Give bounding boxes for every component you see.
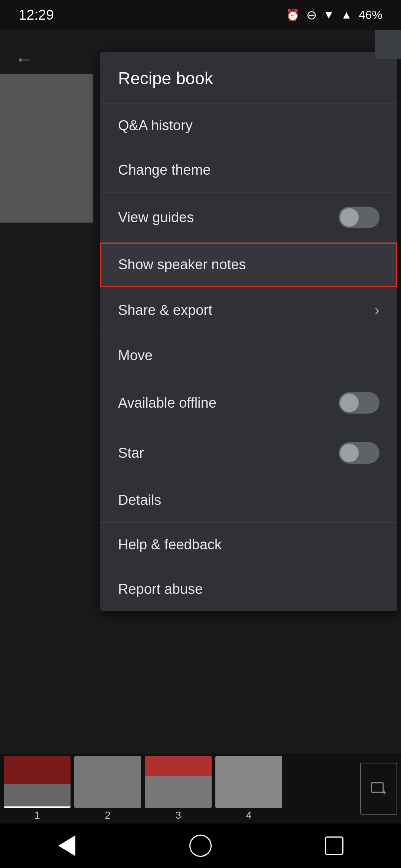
menu-item-qa-history[interactable]: Q&A history: [100, 103, 397, 148]
nav-back-icon: [58, 835, 75, 856]
toggle-knob-star: [340, 444, 359, 462]
menu-item-show-speaker-notes-label: Show speaker notes: [118, 257, 246, 273]
slide-num-1: 1: [4, 809, 71, 821]
menu-item-change-theme-label: Change theme: [118, 162, 211, 178]
menu-item-help-feedback-label: Help & feedback: [118, 537, 222, 553]
menu-item-qa-history-label: Q&A history: [118, 118, 193, 134]
nav-back-button[interactable]: [52, 831, 82, 861]
dnd-icon: ⊖: [306, 7, 317, 22]
slide-thumb-1[interactable]: [4, 756, 71, 808]
alarm-icon: ⏰: [286, 9, 300, 22]
back-arrow-button[interactable]: ←: [15, 48, 33, 70]
nav-home-button[interactable]: [186, 831, 215, 861]
menu-item-move-label: Move: [118, 348, 153, 364]
slide-strip: 1 2 3 4 +: [0, 753, 401, 823]
menu-item-star-label: Star: [118, 445, 144, 461]
menu-item-view-guides[interactable]: View guides: [100, 193, 397, 243]
status-bar: 12:29 ⏰ ⊖ ▼ ▲ 46%: [0, 0, 401, 30]
slide-num-3: 3: [145, 809, 212, 821]
nav-bar: [0, 823, 401, 868]
star-toggle[interactable]: [339, 442, 379, 464]
nav-recent-button[interactable]: [319, 831, 349, 861]
menu-title: Recipe book: [118, 69, 213, 88]
menu-item-view-guides-label: View guides: [118, 210, 194, 226]
toggle-knob-offline: [340, 394, 359, 412]
menu-item-share-export-label: Share & export: [118, 302, 212, 318]
nav-recent-icon: [325, 836, 343, 855]
menu-item-details[interactable]: Details: [100, 478, 397, 523]
slide-thumb-3[interactable]: [145, 756, 212, 808]
chevron-right-icon: ›: [374, 301, 379, 319]
battery-indicator: 46%: [359, 8, 382, 22]
corner-button[interactable]: [375, 30, 401, 59]
status-icons: ⏰ ⊖ ▼ ▲ 46%: [286, 7, 382, 22]
menu-item-star[interactable]: Star: [100, 428, 397, 478]
menu-item-show-speaker-notes[interactable]: Show speaker notes: [100, 243, 397, 287]
slide-preview-background: [0, 74, 93, 223]
menu-item-help-feedback[interactable]: Help & feedback: [100, 523, 397, 567]
slide-thumb-2[interactable]: [74, 756, 141, 808]
menu-item-available-offline[interactable]: Available offline: [100, 378, 397, 428]
menu-item-details-label: Details: [118, 492, 161, 508]
slide-thumb-4[interactable]: [215, 756, 282, 808]
slide-num-2: 2: [74, 809, 141, 821]
toggle-knob: [340, 208, 359, 227]
menu-item-report-abuse[interactable]: Report abuse: [100, 567, 397, 611]
menu-item-share-export[interactable]: Share & export ›: [100, 287, 397, 333]
slide-num-4: 4: [215, 809, 282, 821]
nav-home-icon: [189, 835, 212, 857]
svg-text:+: +: [382, 788, 386, 796]
menu-item-report-abuse-label: Report abuse: [118, 581, 203, 597]
view-guides-toggle[interactable]: [339, 207, 379, 228]
available-offline-toggle[interactable]: [339, 392, 379, 414]
menu-item-move[interactable]: Move: [100, 333, 397, 378]
wifi-icon: ▼: [323, 9, 335, 21]
dropdown-menu: Recipe book Q&A history Change theme Vie…: [100, 52, 397, 611]
menu-item-change-theme[interactable]: Change theme: [100, 148, 397, 193]
add-slide-button[interactable]: +: [360, 763, 397, 815]
signal-icon: ▲: [341, 9, 352, 21]
menu-header: Recipe book: [100, 52, 397, 103]
status-time: 12:29: [19, 7, 54, 23]
menu-item-available-offline-label: Available offline: [118, 395, 216, 411]
